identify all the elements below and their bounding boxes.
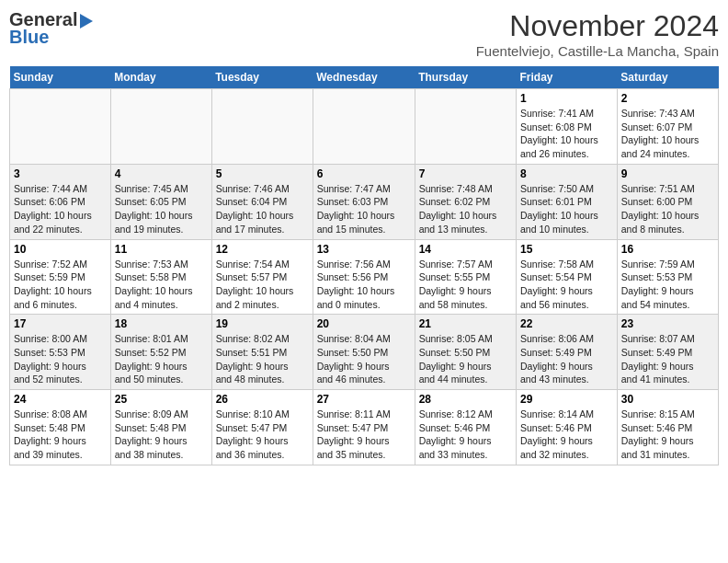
calendar-cell xyxy=(110,89,211,165)
day-number: 20 xyxy=(317,317,411,330)
day-info: Sunrise: 8:12 AM Sunset: 5:46 PM Dayligh… xyxy=(419,408,512,462)
day-info: Sunrise: 8:07 AM Sunset: 5:49 PM Dayligh… xyxy=(621,332,714,386)
calendar-cell: 8Sunrise: 7:50 AM Sunset: 6:01 PM Daylig… xyxy=(517,164,618,239)
day-number: 28 xyxy=(419,393,512,406)
calendar-table: SundayMondayTuesdayWednesdayThursdayFrid… xyxy=(9,66,719,465)
calendar-cell: 9Sunrise: 7:51 AM Sunset: 6:00 PM Daylig… xyxy=(617,164,718,239)
day-info: Sunrise: 8:04 AM Sunset: 5:50 PM Dayligh… xyxy=(317,332,411,386)
day-number: 25 xyxy=(115,393,208,406)
day-info: Sunrise: 7:50 AM Sunset: 6:01 PM Dayligh… xyxy=(520,182,613,236)
day-info: Sunrise: 8:10 AM Sunset: 5:47 PM Dayligh… xyxy=(216,408,309,462)
calendar-cell: 19Sunrise: 8:02 AM Sunset: 5:51 PM Dayli… xyxy=(211,315,313,390)
calendar-cell: 26Sunrise: 8:10 AM Sunset: 5:47 PM Dayli… xyxy=(211,390,313,465)
weekday-header-monday: Monday xyxy=(110,66,211,89)
calendar-cell: 16Sunrise: 7:59 AM Sunset: 5:53 PM Dayli… xyxy=(617,239,718,315)
day-info: Sunrise: 7:41 AM Sunset: 6:08 PM Dayligh… xyxy=(520,107,613,161)
day-info: Sunrise: 8:06 AM Sunset: 5:49 PM Dayligh… xyxy=(520,332,613,386)
calendar-cell: 1Sunrise: 7:41 AM Sunset: 6:08 PM Daylig… xyxy=(517,89,618,165)
day-info: Sunrise: 7:58 AM Sunset: 5:54 PM Dayligh… xyxy=(520,258,613,312)
weekday-header-row: SundayMondayTuesdayWednesdayThursdayFrid… xyxy=(10,66,719,89)
logo-triangle-icon xyxy=(80,14,93,29)
calendar-cell: 14Sunrise: 7:57 AM Sunset: 5:55 PM Dayli… xyxy=(415,239,516,315)
calendar-cell: 17Sunrise: 8:00 AM Sunset: 5:53 PM Dayli… xyxy=(10,315,111,390)
calendar-cell: 13Sunrise: 7:56 AM Sunset: 5:56 PM Dayli… xyxy=(313,239,415,315)
day-number: 9 xyxy=(621,167,714,180)
calendar-cell: 23Sunrise: 8:07 AM Sunset: 5:49 PM Dayli… xyxy=(617,315,718,390)
day-number: 5 xyxy=(216,167,309,180)
day-number: 11 xyxy=(115,243,208,256)
calendar-cell: 7Sunrise: 7:48 AM Sunset: 6:02 PM Daylig… xyxy=(415,164,516,239)
location-title: Fuentelviejo, Castille-La Mancha, Spain xyxy=(476,43,719,59)
day-info: Sunrise: 7:48 AM Sunset: 6:02 PM Dayligh… xyxy=(419,182,512,236)
day-number: 7 xyxy=(419,167,512,180)
day-info: Sunrise: 7:54 AM Sunset: 5:57 PM Dayligh… xyxy=(216,258,309,312)
day-info: Sunrise: 8:15 AM Sunset: 5:46 PM Dayligh… xyxy=(621,408,714,462)
day-info: Sunrise: 7:59 AM Sunset: 5:53 PM Dayligh… xyxy=(621,258,714,312)
day-info: Sunrise: 7:43 AM Sunset: 6:07 PM Dayligh… xyxy=(621,107,714,161)
calendar-cell: 21Sunrise: 8:05 AM Sunset: 5:50 PM Dayli… xyxy=(415,315,516,390)
title-section: November 2024 Fuentelviejo, Castille-La … xyxy=(476,9,719,59)
day-number: 16 xyxy=(621,243,714,256)
calendar-cell: 25Sunrise: 8:09 AM Sunset: 5:48 PM Dayli… xyxy=(110,390,211,465)
day-number: 6 xyxy=(317,167,411,180)
day-info: Sunrise: 7:51 AM Sunset: 6:00 PM Dayligh… xyxy=(621,182,714,236)
week-row-1: 1Sunrise: 7:41 AM Sunset: 6:08 PM Daylig… xyxy=(10,89,719,165)
week-row-2: 3Sunrise: 7:44 AM Sunset: 6:06 PM Daylig… xyxy=(10,164,719,239)
day-info: Sunrise: 8:14 AM Sunset: 5:46 PM Dayligh… xyxy=(520,408,613,462)
day-number: 19 xyxy=(216,317,309,330)
weekday-header-saturday: Saturday xyxy=(617,66,718,89)
day-info: Sunrise: 7:46 AM Sunset: 6:04 PM Dayligh… xyxy=(216,182,309,236)
day-number: 22 xyxy=(520,317,613,330)
calendar-cell: 6Sunrise: 7:47 AM Sunset: 6:03 PM Daylig… xyxy=(313,164,415,239)
weekday-header-friday: Friday xyxy=(517,66,618,89)
day-number: 3 xyxy=(14,167,107,180)
day-info: Sunrise: 8:08 AM Sunset: 5:48 PM Dayligh… xyxy=(14,408,107,462)
weekday-header-thursday: Thursday xyxy=(415,66,516,89)
day-info: Sunrise: 8:00 AM Sunset: 5:53 PM Dayligh… xyxy=(14,332,107,386)
day-number: 12 xyxy=(216,243,309,256)
page-header: General Blue November 2024 Fuentelviejo,… xyxy=(9,9,719,59)
calendar-cell: 28Sunrise: 8:12 AM Sunset: 5:46 PM Dayli… xyxy=(415,390,516,465)
day-info: Sunrise: 8:02 AM Sunset: 5:51 PM Dayligh… xyxy=(216,332,309,386)
day-info: Sunrise: 7:44 AM Sunset: 6:06 PM Dayligh… xyxy=(14,182,107,236)
day-number: 15 xyxy=(520,243,613,256)
calendar-cell: 4Sunrise: 7:45 AM Sunset: 6:05 PM Daylig… xyxy=(110,164,211,239)
calendar-cell: 29Sunrise: 8:14 AM Sunset: 5:46 PM Dayli… xyxy=(517,390,618,465)
calendar-cell: 12Sunrise: 7:54 AM Sunset: 5:57 PM Dayli… xyxy=(211,239,313,315)
day-number: 2 xyxy=(621,92,714,105)
day-number: 27 xyxy=(317,393,411,406)
calendar-cell: 5Sunrise: 7:46 AM Sunset: 6:04 PM Daylig… xyxy=(211,164,313,239)
day-info: Sunrise: 7:57 AM Sunset: 5:55 PM Dayligh… xyxy=(419,258,512,312)
day-info: Sunrise: 8:01 AM Sunset: 5:52 PM Dayligh… xyxy=(115,332,208,386)
day-info: Sunrise: 8:11 AM Sunset: 5:47 PM Dayligh… xyxy=(317,408,411,462)
calendar-cell xyxy=(313,89,415,165)
week-row-5: 24Sunrise: 8:08 AM Sunset: 5:48 PM Dayli… xyxy=(10,390,719,465)
day-number: 1 xyxy=(520,92,613,105)
calendar-cell: 20Sunrise: 8:04 AM Sunset: 5:50 PM Dayli… xyxy=(313,315,415,390)
weekday-header-sunday: Sunday xyxy=(10,66,111,89)
week-row-3: 10Sunrise: 7:52 AM Sunset: 5:59 PM Dayli… xyxy=(10,239,719,315)
calendar-cell: 3Sunrise: 7:44 AM Sunset: 6:06 PM Daylig… xyxy=(10,164,111,239)
day-number: 8 xyxy=(520,167,613,180)
day-number: 21 xyxy=(419,317,512,330)
calendar-cell: 15Sunrise: 7:58 AM Sunset: 5:54 PM Dayli… xyxy=(517,239,618,315)
day-info: Sunrise: 7:52 AM Sunset: 5:59 PM Dayligh… xyxy=(14,258,107,312)
day-number: 30 xyxy=(621,393,714,406)
day-number: 23 xyxy=(621,317,714,330)
calendar-cell: 11Sunrise: 7:53 AM Sunset: 5:58 PM Dayli… xyxy=(110,239,211,315)
day-number: 10 xyxy=(14,243,107,256)
weekday-header-tuesday: Tuesday xyxy=(211,66,313,89)
calendar-cell: 22Sunrise: 8:06 AM Sunset: 5:49 PM Dayli… xyxy=(517,315,618,390)
month-title: November 2024 xyxy=(476,9,719,43)
day-info: Sunrise: 8:05 AM Sunset: 5:50 PM Dayligh… xyxy=(419,332,512,386)
calendar-cell: 24Sunrise: 8:08 AM Sunset: 5:48 PM Dayli… xyxy=(10,390,111,465)
week-row-4: 17Sunrise: 8:00 AM Sunset: 5:53 PM Dayli… xyxy=(10,315,719,390)
day-number: 13 xyxy=(317,243,411,256)
day-number: 29 xyxy=(520,393,613,406)
day-number: 26 xyxy=(216,393,309,406)
day-number: 24 xyxy=(14,393,107,406)
day-info: Sunrise: 7:56 AM Sunset: 5:56 PM Dayligh… xyxy=(317,258,411,312)
calendar-cell: 27Sunrise: 8:11 AM Sunset: 5:47 PM Dayli… xyxy=(313,390,415,465)
calendar-cell: 2Sunrise: 7:43 AM Sunset: 6:07 PM Daylig… xyxy=(617,89,718,165)
calendar-cell: 10Sunrise: 7:52 AM Sunset: 5:59 PM Dayli… xyxy=(10,239,111,315)
